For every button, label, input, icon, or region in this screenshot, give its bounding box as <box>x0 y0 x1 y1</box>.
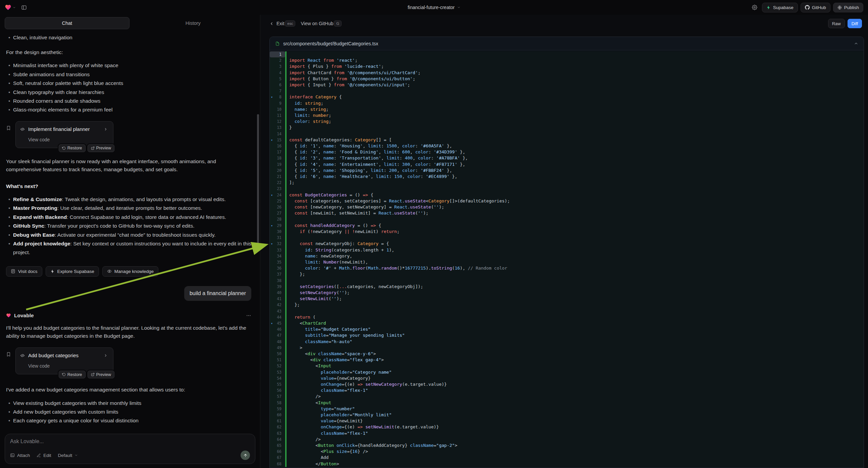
line-number[interactable]: 55 <box>270 381 285 387</box>
line-number[interactable]: ▾29 <box>270 223 285 229</box>
view-code-link[interactable]: View code <box>28 362 108 370</box>
exit-button[interactable]: Exit <box>270 21 284 26</box>
line-number[interactable]: 36 <box>270 265 285 271</box>
line-number[interactable]: 34 <box>270 253 285 259</box>
line-number[interactable]: 61 <box>270 418 285 424</box>
view-on-github-button[interactable]: View on GitHub <box>301 21 333 26</box>
manage-knowledge-button[interactable]: Manage knowledge <box>102 266 158 276</box>
line-number[interactable]: 41 <box>270 296 285 302</box>
line-number[interactable]: 30 <box>270 229 285 235</box>
fold-chevron-icon[interactable]: ▾ <box>271 137 273 143</box>
line-number[interactable]: ▾24 <box>270 192 285 198</box>
visit-docs-button[interactable]: Visit docs <box>6 266 42 276</box>
view-code-link[interactable]: View code <box>28 136 108 144</box>
line-number[interactable]: 35 <box>270 259 285 265</box>
restore-button[interactable]: Restore <box>59 144 86 152</box>
collapse-file-button[interactable] <box>854 41 858 46</box>
edit-button[interactable]: Edit <box>37 453 51 458</box>
line-number[interactable]: 7 <box>270 88 285 94</box>
message-options-button[interactable] <box>246 313 251 318</box>
toggle-sidebar-button[interactable] <box>19 3 29 12</box>
line-number[interactable]: 62 <box>270 424 285 430</box>
fold-chevron-icon[interactable]: ▾ <box>271 223 273 229</box>
line-number[interactable]: 31 <box>270 235 285 241</box>
line-number[interactable]: 57 <box>270 393 285 400</box>
line-number[interactable]: 28 <box>270 216 285 222</box>
send-button[interactable] <box>241 450 250 460</box>
line-number[interactable]: 9 <box>270 100 285 107</box>
line-number[interactable]: 2 <box>270 57 285 63</box>
line-number[interactable]: 1 <box>270 51 285 57</box>
chat-mode-select[interactable]: Default <box>58 453 78 458</box>
line-number[interactable]: 68 <box>270 461 285 467</box>
version-card-implement-planner[interactable]: Implement financial planner View code Re… <box>16 121 114 148</box>
line-number[interactable]: 40 <box>270 290 285 296</box>
line-number[interactable]: ▾45 <box>270 320 285 326</box>
line-number[interactable]: 25 <box>270 198 285 204</box>
lovable-logo[interactable] <box>5 4 16 11</box>
line-number[interactable]: 4 <box>270 70 285 76</box>
line-number[interactable]: 13 <box>270 124 285 130</box>
line-number[interactable]: 11 <box>270 113 285 118</box>
line-number[interactable]: 21 <box>270 174 285 180</box>
project-switcher[interactable]: financial-future-creator <box>408 0 460 15</box>
line-number[interactable]: 16 <box>270 143 285 149</box>
line-number[interactable]: 54 <box>270 375 285 381</box>
line-number[interactable]: 65 <box>270 442 285 448</box>
line-number[interactable]: 18 <box>270 155 285 161</box>
line-number[interactable]: 58 <box>270 400 285 406</box>
line-number[interactable]: 22 <box>270 180 285 186</box>
fold-chevron-icon[interactable]: ▾ <box>271 193 273 198</box>
supabase-button[interactable]: Supabase <box>762 3 798 12</box>
line-number[interactable]: ▾8 <box>270 94 285 100</box>
bookmark-icon[interactable] <box>6 352 11 357</box>
fold-chevron-icon[interactable]: ▾ <box>271 321 273 327</box>
line-number[interactable]: 50 <box>270 351 285 357</box>
line-number[interactable]: 14 <box>270 131 285 137</box>
preview-button[interactable]: Preview <box>88 371 115 378</box>
line-number[interactable]: 23 <box>270 186 285 192</box>
line-number[interactable]: 39 <box>270 284 285 290</box>
github-button[interactable]: GitHub <box>801 3 830 12</box>
line-number[interactable]: 6 <box>270 82 285 88</box>
fold-chevron-icon[interactable]: ▾ <box>271 94 273 100</box>
publish-button[interactable]: Publish <box>833 3 863 12</box>
restore-button[interactable]: Restore <box>59 371 86 378</box>
chat-messages[interactable]: Clean, intuitive navigation For the desi… <box>0 31 260 430</box>
settings-button[interactable] <box>750 3 759 12</box>
line-number[interactable]: ▾32 <box>270 241 285 247</box>
attach-button[interactable]: Attach <box>10 453 30 458</box>
line-number[interactable]: 52 <box>270 363 285 369</box>
line-number[interactable]: 17 <box>270 149 285 155</box>
chat-scrollbar[interactable] <box>257 114 259 251</box>
line-number[interactable]: 67 <box>270 455 285 461</box>
line-number[interactable]: 46 <box>270 326 285 332</box>
line-number[interactable]: 5 <box>270 76 285 82</box>
line-number[interactable]: 60 <box>270 412 285 418</box>
preview-button[interactable]: Preview <box>88 144 115 152</box>
line-number[interactable]: ▾15 <box>270 137 285 143</box>
bookmark-icon[interactable] <box>6 125 11 130</box>
line-number[interactable]: 44 <box>270 314 285 320</box>
explore-supabase-button[interactable]: Explore Supabase <box>45 266 99 276</box>
line-number[interactable]: 19 <box>270 162 285 168</box>
line-number[interactable]: 63 <box>270 430 285 436</box>
fold-chevron-icon[interactable]: ▾ <box>271 241 273 247</box>
raw-button[interactable]: Raw <box>828 19 845 28</box>
line-number[interactable]: 59 <box>270 406 285 412</box>
tab-history[interactable]: History <box>131 17 256 29</box>
line-number[interactable]: 38 <box>270 277 285 284</box>
line-number[interactable]: 48 <box>270 339 285 345</box>
line-number[interactable]: 47 <box>270 332 285 339</box>
line-number[interactable]: 27 <box>270 210 285 216</box>
line-number[interactable]: 33 <box>270 247 285 253</box>
file-header[interactable]: src/components/budget/BudgetCategories.t… <box>270 37 864 50</box>
line-number[interactable]: 3 <box>270 63 285 69</box>
line-number[interactable]: 12 <box>270 118 285 124</box>
line-number[interactable]: 26 <box>270 204 285 210</box>
diff-button[interactable]: Diff <box>847 19 862 28</box>
line-number[interactable]: 42 <box>270 302 285 308</box>
line-number[interactable]: 64 <box>270 436 285 442</box>
line-number[interactable]: 37 <box>270 271 285 277</box>
line-number[interactable]: 51 <box>270 357 285 363</box>
